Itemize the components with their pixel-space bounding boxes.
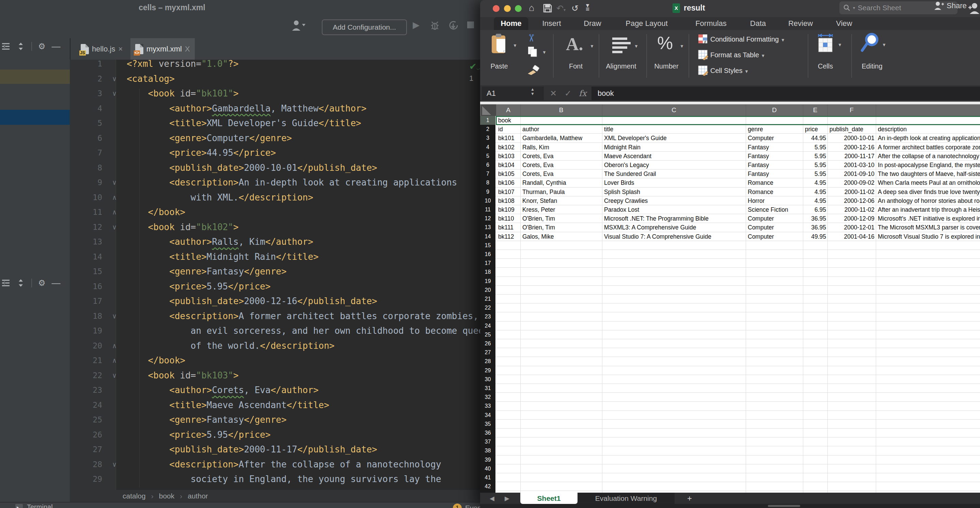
- code-line[interactable]: 18∨ <description>A former architect batt…: [70, 309, 485, 324]
- grid-cell[interactable]: bk105: [496, 170, 520, 178]
- code-line[interactable]: 25 <genre>Fantasy</genre>: [70, 412, 485, 428]
- confirm-entry-icon[interactable]: ✓: [565, 89, 571, 98]
- close-window-button[interactable]: [493, 5, 500, 12]
- grid-row-header-40[interactable]: 40: [480, 464, 495, 474]
- grid-cell[interactable]: 2000-11-02: [827, 188, 876, 196]
- undo-icon[interactable]: ↶▾: [557, 3, 566, 13]
- ribbon-tab-review[interactable]: Review: [781, 17, 819, 30]
- save-icon[interactable]: [543, 4, 552, 13]
- grid-row-header-37[interactable]: 37: [480, 438, 495, 447]
- grid-cell[interactable]: bk103: [496, 152, 520, 160]
- ribbon-tab-draw[interactable]: Draw: [577, 17, 608, 30]
- grid-row-header-8[interactable]: 8: [480, 178, 495, 187]
- grid-cell[interactable]: An anthology of horror stories about roa…: [876, 197, 980, 205]
- grid-cell[interactable]: XML Developer's Guide: [602, 134, 746, 142]
- fold-marker-icon[interactable]: ∨: [108, 86, 121, 101]
- panel-settings-gear-icon[interactable]: ⚙: [38, 42, 46, 51]
- grid-cell[interactable]: Oberon's Legacy: [602, 161, 746, 169]
- grid-cell[interactable]: genre: [746, 125, 803, 133]
- code-line[interactable]: 26 <price>5.95</price>: [70, 428, 485, 443]
- grid-cell[interactable]: 2000-12-06: [827, 197, 876, 205]
- home-icon[interactable]: ⌂: [529, 3, 534, 13]
- code-line[interactable]: 4 <author>Gambardella, Matthew</author>: [70, 101, 485, 116]
- fold-marker-icon[interactable]: ∨: [108, 72, 121, 86]
- grid[interactable]: 1book2idauthortitlegenrepricepublish_dat…: [480, 116, 980, 493]
- grid-cell[interactable]: O'Brien, Tim: [520, 215, 602, 223]
- grid-cell[interactable]: Corets, Eva: [520, 152, 602, 160]
- panel-hide-icon[interactable]: —: [52, 41, 60, 52]
- grid-cell[interactable]: Kress, Peter: [520, 206, 602, 214]
- code-line[interactable]: 3∨ <book id="bk101">: [70, 86, 485, 101]
- fold-marker-icon[interactable]: ∨: [108, 175, 121, 190]
- breadcrumb-item[interactable]: book: [159, 492, 175, 500]
- grid-cell[interactable]: After an inadvertant trip through a Heis…: [876, 206, 980, 214]
- scroll-from-source-icon[interactable]: [2, 42, 10, 51]
- grid-cell[interactable]: Thurman, Paula: [520, 188, 602, 196]
- grid-col-header-C[interactable]: C: [602, 104, 746, 116]
- event-log-label[interactable]: Even: [465, 504, 482, 508]
- grid-cell[interactable]: When Carla meets Paul at an ornithology …: [876, 179, 980, 187]
- code-line[interactable]: 23 <author>Corets, Eva</author>: [70, 383, 485, 398]
- cut-scissors-icon[interactable]: ✂: [525, 34, 537, 42]
- insert-function-icon[interactable]: fx: [579, 89, 586, 98]
- ribbon-tab-home[interactable]: Home: [494, 17, 528, 30]
- grid-row-header-2[interactable]: 2: [480, 125, 495, 134]
- code-line[interactable]: 17 <publish_date>2000-12-16</publish_dat…: [70, 294, 485, 309]
- grid-cell[interactable]: bk112: [496, 233, 520, 241]
- cell-styles-icon[interactable]: [698, 65, 708, 76]
- grid-row-header-10[interactable]: 10: [480, 196, 495, 206]
- fold-marker-icon[interactable]: ∨: [108, 220, 121, 235]
- grid-cell[interactable]: A deep sea diver finds true love twenty …: [876, 188, 980, 196]
- grid-cell[interactable]: 2001-04-16: [827, 233, 876, 241]
- grid-row-header-11[interactable]: 11: [480, 205, 495, 214]
- horizontal-scrollbar-thumb[interactable]: [768, 505, 800, 507]
- grid-row-header-28[interactable]: 28: [480, 357, 495, 366]
- collapse-all-icon[interactable]: [16, 42, 25, 51]
- grid-row-header-35[interactable]: 35: [480, 420, 495, 429]
- grid-cell[interactable]: 36.95: [803, 224, 827, 232]
- code-line[interactable]: 29 society in England, the young survivo…: [70, 472, 485, 487]
- code-line[interactable]: 10∧ with XML.</description>: [70, 190, 485, 205]
- grid-row-header-12[interactable]: 12: [480, 214, 495, 223]
- code-line[interactable]: 27 <publish_date>2000-11-17</publish_dat…: [70, 442, 485, 457]
- grid-cell[interactable]: 2000-12-09: [827, 215, 876, 223]
- grid-cell[interactable]: bk104: [496, 161, 520, 169]
- quick-menu-icon[interactable]: ▾≡: [586, 3, 589, 11]
- grid-cell[interactable]: 4.95: [803, 179, 827, 187]
- grid-cell[interactable]: Fantasy: [746, 170, 803, 178]
- grid-row-header-6[interactable]: 6: [480, 161, 495, 170]
- grid-cell[interactable]: description: [876, 125, 980, 133]
- code-line[interactable]: 16 <price>5.95</price>: [70, 279, 485, 294]
- scroll-from-source-icon[interactable]: [2, 278, 10, 288]
- grid-cell[interactable]: Fantasy: [746, 144, 803, 152]
- grid-cell[interactable]: Microsoft Visual Studio 7 is explored in…: [876, 233, 980, 241]
- grid-cell[interactable]: A former architect battles corporate zom…: [876, 144, 980, 152]
- grid-cell[interactable]: Galos, Mike: [520, 233, 602, 241]
- grid-cell[interactable]: Romance: [746, 188, 803, 196]
- code-line[interactable]: 9∨ <description>An in-depth look at crea…: [70, 175, 485, 190]
- grid-cell[interactable]: Gambardella, Matthew: [520, 134, 602, 142]
- fold-marker-icon[interactable]: ∧: [108, 205, 121, 220]
- grid-cell[interactable]: Microsoft .NET: The Programming Bible: [602, 215, 746, 223]
- code-line[interactable]: 2∨<catalog>: [70, 72, 485, 86]
- grid-cell[interactable]: bk101: [496, 134, 520, 142]
- code-line[interactable]: 11∧ </book>: [70, 205, 485, 220]
- grid-cell[interactable]: 2001-03-10: [827, 161, 876, 169]
- number-group-icon[interactable]: %: [657, 33, 673, 53]
- conditional-formatting-icon[interactable]: ≠: [698, 34, 708, 44]
- code-line[interactable]: 6 <genre>Computer</genre>: [70, 131, 485, 146]
- alignment-group-icon[interactable]: [611, 37, 632, 53]
- grid-cell[interactable]: Corets, Eva: [520, 170, 602, 178]
- grid-cell[interactable]: 2000-10-01: [827, 134, 876, 142]
- name-box-spinner[interactable]: ▲▼: [531, 87, 535, 96]
- grid-cell[interactable]: book: [496, 117, 520, 125]
- grid-cell[interactable]: 5.95: [803, 170, 827, 178]
- fold-marker-icon[interactable]: ∨: [108, 457, 121, 472]
- alignment-dropdown-arrow[interactable]: ▼: [634, 44, 638, 49]
- grid-cell[interactable]: bk106: [496, 179, 520, 187]
- grid-cell[interactable]: Computer: [746, 134, 803, 142]
- breadcrumb-item[interactable]: catalog: [123, 492, 146, 500]
- grid-cell[interactable]: bk109: [496, 206, 520, 214]
- redo-icon[interactable]: ↺: [571, 3, 579, 13]
- grid-cell[interactable]: 2001-09-10: [827, 170, 876, 178]
